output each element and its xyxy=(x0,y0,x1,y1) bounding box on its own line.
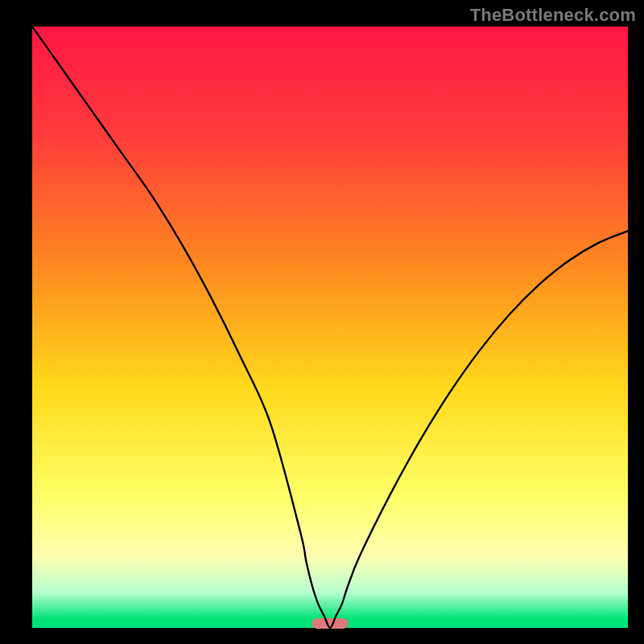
bottleneck-chart xyxy=(0,0,644,644)
plot-background xyxy=(32,27,628,628)
chart-container: TheBottleneck.com xyxy=(0,0,644,644)
attribution-label: TheBottleneck.com xyxy=(470,5,636,26)
